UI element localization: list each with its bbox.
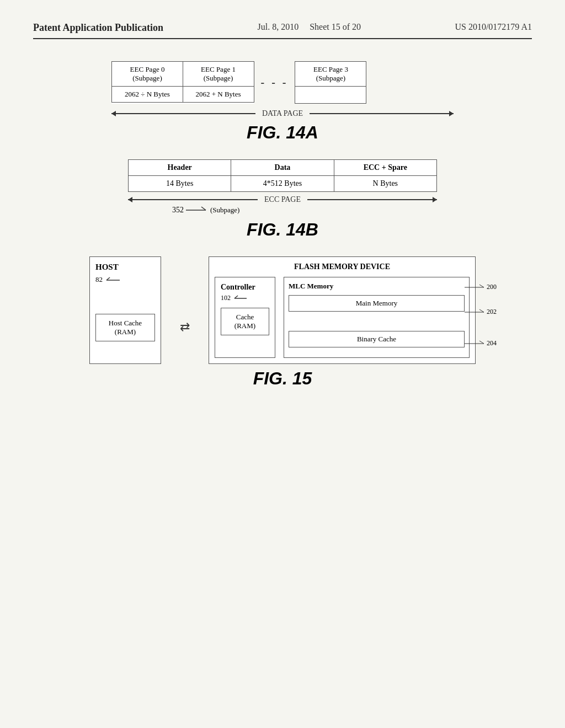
eec-page3-title: EEC Page 3 <box>313 65 348 73</box>
fig14a-title: FIG. 14A <box>111 122 454 143</box>
flash-outer-box: FLASH MEMORY DEVICE Controller 102 <box>209 256 476 364</box>
ecc-table-14b: Header 14 Bytes Data 4*512 Bytes ECC + S… <box>128 159 437 192</box>
ref-200: 200 <box>465 283 497 291</box>
svg-line-9 <box>479 309 484 312</box>
arrow-line-right <box>310 113 454 114</box>
header-date: Jul. 8, 2010 <box>257 22 299 31</box>
svg-line-11 <box>479 341 484 344</box>
eec-page1-title: EEC Page 1 <box>201 65 236 73</box>
ecc-page-arrow: ECC PAGE <box>128 195 437 204</box>
mlc-box: MLC Memory Main Memory Binary Cache 200 <box>284 277 470 358</box>
eec-page3: EEC Page 3 (Subpage) <box>295 61 366 104</box>
ecc-arrow-line-right <box>307 199 437 200</box>
ecc-spare-col: ECC + Spare N Bytes <box>334 160 436 191</box>
header-date-sheet: Jul. 8, 2010 Sheet 15 of 20 <box>257 22 361 32</box>
mlc-main-mem: Main Memory <box>289 295 465 312</box>
flash-inner: Controller 102 Cache(RAM) <box>215 277 470 358</box>
ref-204: 204 <box>465 339 497 347</box>
eec-page1: EEC Page 1 (Subpage) 2062 + N Bytes <box>183 61 254 104</box>
arrow-line-left <box>111 113 255 114</box>
eec-table-14a: EEC Page 0 (Subpage) 2062 ÷ N Bytes EEC … <box>111 61 454 104</box>
eec-page1-sub: (Subpage) <box>204 74 233 82</box>
ecc-spare-bottom: N Bytes <box>334 176 436 191</box>
eec-page3-sub: (Subpage) <box>316 74 345 82</box>
eec-page3-top: EEC Page 3 (Subpage) <box>295 62 366 87</box>
host-cache-box: Host Cache(RAM) <box>95 314 155 341</box>
ecc-data-bottom: 4*512 Bytes <box>231 176 333 191</box>
controller-box: Controller 102 Cache(RAM) <box>215 277 275 358</box>
header-patent-number: US 2010/0172179 A1 <box>455 22 532 32</box>
ctrl-title: Controller <box>221 283 269 292</box>
fig14b-title: FIG. 14B <box>128 220 437 240</box>
data-page-arrow: DATA PAGE <box>111 109 454 118</box>
eec-page3-bottom <box>295 87 366 103</box>
svg-line-7 <box>479 285 484 287</box>
eec-page0-title: EEC Page 0 <box>130 65 165 73</box>
ecc-header-top: Header <box>129 160 231 176</box>
fig15-inner: HOST 82 Host Cache(RAM) ⇄ FLASH MEMORY <box>89 256 476 364</box>
ref-352: 352 <box>172 206 184 215</box>
data-page-label: DATA PAGE <box>255 109 310 118</box>
eec-page0-top: EEC Page 0 (Subpage) <box>111 61 183 87</box>
fig15-container: HOST 82 Host Cache(RAM) ⇄ FLASH MEMORY <box>89 256 476 389</box>
ecc-page-label: ECC PAGE <box>258 195 307 204</box>
header-sheet: Sheet 15 of 20 <box>310 22 361 31</box>
flash-title: FLASH MEMORY DEVICE <box>215 263 470 271</box>
double-arrow: ⇄ <box>178 290 192 364</box>
ecc-header-col: Header 14 Bytes <box>129 160 231 191</box>
eec-page0: EEC Page 0 (Subpage) 2062 ÷ N Bytes <box>111 61 183 104</box>
ecc-arrow-line-left <box>128 199 258 200</box>
eec-page0-bytes: 2062 ÷ N Bytes <box>111 87 183 103</box>
ecc-data-top: Data <box>231 160 333 176</box>
fig15-title: FIG. 15 <box>89 368 476 389</box>
ecc-spare-top: ECC + Spare <box>334 160 436 176</box>
mlc-title: MLC Memory <box>289 282 465 291</box>
eec-dots: - - - <box>254 61 295 104</box>
mlc-binary-cache: Binary Cache <box>289 331 465 347</box>
ctrl-ref: 102 <box>221 294 269 302</box>
host-ref: 82 <box>95 275 121 284</box>
ecc-data-col: Data 4*512 Bytes <box>231 160 334 191</box>
eec-page1-bytes: 2062 + N Bytes <box>183 87 254 103</box>
eec-page0-sub: (Subpage) <box>132 74 162 82</box>
subpage-label: (Subpage) <box>210 206 239 215</box>
ref-202: 202 <box>465 308 497 316</box>
host-box: HOST 82 Host Cache(RAM) <box>89 256 161 364</box>
header-publication: Patent Application Publication <box>33 22 163 34</box>
svg-line-1 <box>201 207 206 210</box>
host-title: HOST <box>95 263 119 272</box>
fig14a-container: EEC Page 0 (Subpage) 2062 ÷ N Bytes EEC … <box>111 61 454 143</box>
fig14b-container: Header 14 Bytes Data 4*512 Bytes ECC + S… <box>128 159 437 240</box>
header: Patent Application Publication Jul. 8, 2… <box>33 22 532 39</box>
page: Patent Application Publication Jul. 8, 2… <box>0 0 565 728</box>
ctrl-cache-box: Cache(RAM) <box>221 308 269 335</box>
eec-page1-top: EEC Page 1 (Subpage) <box>183 61 254 87</box>
ecc-header-bottom: 14 Bytes <box>129 176 231 191</box>
